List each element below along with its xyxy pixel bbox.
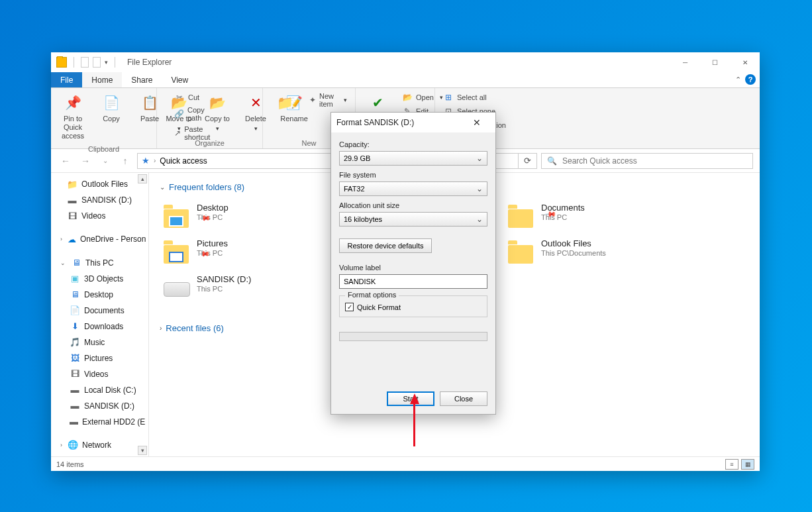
new-folder-button[interactable]: 📁 [268, 91, 301, 115]
nav-item[interactable]: 🎞Videos [51, 367, 148, 382]
format-options-legend: Format options [345, 291, 399, 299]
network-icon: 🌐 [68, 440, 78, 450]
nav-item[interactable]: 🖼Pictures [51, 351, 148, 366]
nav-item[interactable]: ▬SANDISK (D:) [51, 193, 148, 207]
quick-access-icon: ★ [142, 156, 150, 166]
start-button[interactable]: Start [387, 391, 434, 406]
filesystem-select[interactable]: FAT32 [339, 181, 487, 196]
nav-item[interactable]: ▬External HDD2 (E [51, 415, 148, 429]
nav-item[interactable]: ▣3D Objects [51, 272, 148, 286]
drive-icon: ▬ [70, 385, 80, 395]
up-button[interactable]: ↑ [117, 153, 133, 169]
search-icon: 🔍 [547, 156, 557, 166]
ribbon-tabs: File Home Share View ⌃ ? [51, 72, 760, 88]
details-view-button[interactable]: ≡ [725, 459, 738, 470]
check-icon: ✔ [368, 93, 387, 112]
copy-to-button[interactable]: 📂Copy to▾ [201, 91, 234, 134]
chevron-right-icon: › [160, 325, 162, 332]
capacity-select[interactable]: 29.9 GB [339, 151, 487, 166]
search-placeholder: Search Quick access [562, 156, 637, 166]
qat-dropdown-icon[interactable]: ▾ [105, 59, 108, 66]
qat-item[interactable] [93, 57, 101, 68]
volume-label-input[interactable]: SANDISK [339, 274, 487, 289]
tab-share[interactable]: Share [122, 72, 162, 87]
new-item-button[interactable]: ✦New item▾ [307, 91, 350, 109]
nav-item[interactable]: 🖥Desktop [51, 287, 148, 302]
close-button[interactable]: Close [440, 391, 487, 406]
drive-icon: ▬ [70, 401, 80, 411]
folder-icon: 📁 [67, 179, 77, 189]
nav-thispc[interactable]: ⌄🖥This PC [51, 256, 148, 270]
paste-icon: 📋 [140, 93, 159, 112]
status-bar: 14 items ≡ ▦ [51, 456, 760, 471]
folder-item-documents[interactable]: Documents This PC 📌 [504, 199, 663, 234]
collapse-ribbon-icon[interactable]: ⌃ [735, 76, 741, 84]
tab-file[interactable]: File [51, 72, 82, 87]
format-options-fieldset: Format options ✓ Quick Format [339, 295, 487, 317]
pc-icon: 🖥 [71, 258, 81, 268]
folder-item-outlook[interactable]: Outlook Files This PC\Documents [504, 234, 663, 268]
group-label-organize: Organize [162, 138, 257, 147]
recent-locations-button[interactable]: ⌄ [97, 153, 113, 169]
scroll-up-button[interactable]: ▴ [138, 174, 147, 183]
help-icon[interactable]: ? [745, 74, 756, 85]
select-all-button[interactable]: ⊞Select all [440, 91, 509, 104]
nav-item[interactable]: 📁Outlook Files [51, 177, 148, 191]
move-to-button[interactable]: 📂Move to▾ [162, 91, 195, 134]
dialog-close-button[interactable]: ✕ [464, 113, 490, 132]
folder-item-desktop[interactable]: Desktop This PC 📌 [160, 199, 319, 234]
item-count: 14 items [56, 460, 84, 468]
video-icon: 🎞 [67, 211, 77, 221]
nav-item[interactable]: ▬Local Disk (C:) [51, 383, 148, 397]
scroll-down-button[interactable]: ▾ [138, 446, 147, 455]
pin-button[interactable]: 📌 Pin to Quick access [56, 91, 89, 144]
refresh-button[interactable]: ⟳ [519, 153, 537, 169]
desktop-icon: 🖥 [70, 289, 80, 300]
download-icon: ⬇ [70, 321, 80, 332]
format-dialog: Format SANDISK (D:) ✕ Capacity: 29.9 GB … [330, 112, 496, 415]
nav-item[interactable]: ▬SANDISK (D:) [51, 399, 148, 413]
delete-icon: ✕ [246, 93, 265, 112]
nav-item[interactable]: 📄Documents [51, 303, 148, 318]
minimize-button[interactable]: ─ [670, 52, 700, 72]
progress-bar [339, 332, 487, 341]
drive-icon: ▬ [70, 417, 78, 427]
address-path: Quick access [160, 156, 207, 166]
nav-onedrive[interactable]: ›☁OneDrive - Person [51, 232, 148, 246]
volume-label-label: Volume label [339, 264, 487, 272]
nav-item[interactable]: 🎵Music [51, 335, 148, 350]
nav-item[interactable]: ⬇Downloads [51, 319, 148, 334]
checkbox-icon: ✓ [345, 303, 354, 311]
copy-icon: 📄 [102, 93, 121, 112]
drive-icon: ▬ [67, 195, 77, 205]
tab-view[interactable]: View [162, 72, 197, 87]
titlebar: ▾ File Explorer ─ ☐ ✕ [51, 52, 760, 72]
move-icon: 📂 [170, 93, 188, 112]
tab-home[interactable]: Home [82, 72, 122, 87]
navigation-pane: 📁Outlook Files ▬SANDISK (D:) 🎞Videos ›☁O… [51, 173, 149, 456]
dialog-title: Format SANDISK (D:) [336, 118, 414, 127]
folder-item-pictures[interactable]: Pictures This PC 📌 [160, 234, 319, 270]
properties-button[interactable]: ✔ [361, 91, 394, 115]
qat-item[interactable] [81, 57, 89, 68]
close-button[interactable]: ✕ [730, 52, 760, 72]
nav-item[interactable]: 🎞Videos [51, 209, 148, 223]
pin-icon: 📌 [64, 93, 82, 112]
filesystem-label: File system [339, 171, 487, 179]
allocation-select[interactable]: 16 kilobytes [339, 212, 487, 227]
cube-icon: ▣ [70, 274, 80, 284]
quick-format-checkbox[interactable]: ✓ Quick Format [345, 303, 482, 311]
nav-network[interactable]: ›🌐Network [51, 438, 148, 452]
maximize-button[interactable]: ☐ [700, 52, 730, 72]
copy-button[interactable]: 📄 Copy [95, 91, 128, 125]
thumbnails-view-button[interactable]: ▦ [741, 459, 754, 470]
capacity-label: Capacity: [339, 140, 487, 148]
folder-item-sandisk[interactable]: SANDISK (D:) This PC [160, 270, 319, 303]
search-input[interactable]: 🔍 Search Quick access [541, 153, 753, 169]
forward-button[interactable]: → [77, 153, 93, 169]
new-folder-icon: 📁 [276, 93, 294, 112]
restore-defaults-button[interactable]: Restore device defaults [339, 238, 432, 253]
back-button[interactable]: ← [58, 153, 74, 169]
allocation-label: Allocation unit size [339, 201, 487, 209]
dialog-titlebar: Format SANDISK (D:) ✕ [331, 113, 495, 132]
